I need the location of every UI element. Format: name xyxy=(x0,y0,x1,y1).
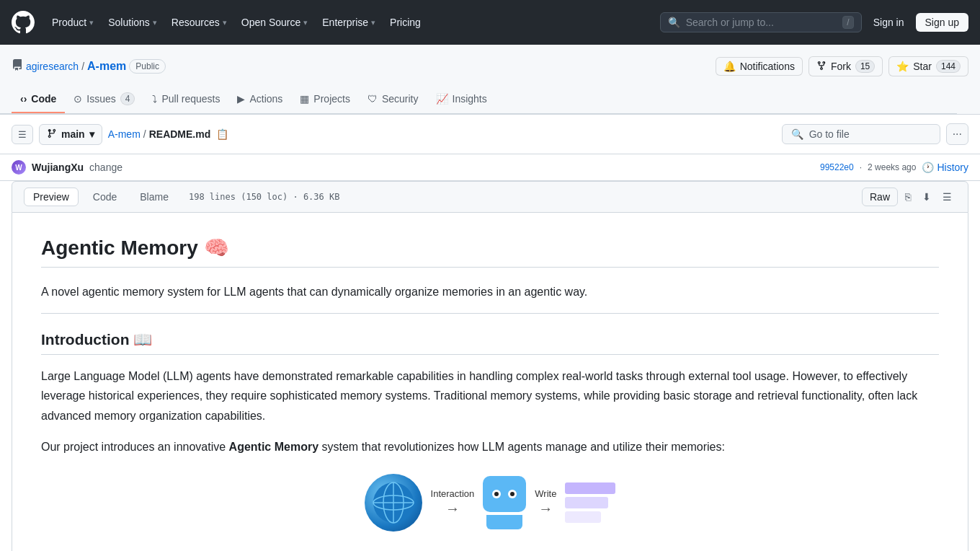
readme-bold-term: Agentic Memory xyxy=(229,441,318,453)
tab-pull-requests[interactable]: ⤵ Pull requests xyxy=(143,86,228,113)
download-icon: ⬇ xyxy=(922,191,931,203)
code-icon: ‹› xyxy=(20,93,27,105)
branch-selector[interactable]: main ▾ xyxy=(39,124,102,145)
copy-raw-button[interactable]: ⎘ xyxy=(901,188,915,206)
notifications-button[interactable]: 🔔 Notifications xyxy=(716,57,803,76)
more-options-button[interactable]: ··· xyxy=(946,123,968,145)
sign-up-button[interactable]: Sign up xyxy=(916,13,968,32)
projects-icon: ▦ xyxy=(300,93,309,105)
tab-security[interactable]: 🛡 Security xyxy=(359,86,427,113)
search-kbd-hint: / xyxy=(842,16,853,29)
sidebar-icon: ☰ xyxy=(18,129,27,140)
file-path: A-mem / README.md 📋 xyxy=(108,127,232,141)
tab-issues[interactable]: ⊙ Issues 4 xyxy=(65,85,143,114)
nav-product[interactable]: Product ▾ xyxy=(46,12,99,32)
insights-icon: 📈 xyxy=(436,93,448,105)
nav-enterprise[interactable]: Enterprise ▾ xyxy=(316,12,381,32)
open-source-chevron-icon: ▾ xyxy=(303,18,308,27)
list-icon: ☰ xyxy=(943,191,952,203)
diagram-robot xyxy=(483,476,526,529)
search-icon: 🔍 xyxy=(668,17,680,28)
write-arrow: Write → xyxy=(535,488,556,517)
file-path-separator: / xyxy=(143,128,146,140)
raw-button[interactable]: Raw xyxy=(862,188,898,206)
issues-count: 4 xyxy=(120,92,135,105)
issues-icon: ⊙ xyxy=(74,93,82,105)
file-path-root[interactable]: A-mem xyxy=(108,128,141,140)
interaction-arrow: Interaction → xyxy=(431,488,475,517)
repo-tabs: ‹› Code ⊙ Issues 4 ⤵ Pull requests ▶ Act… xyxy=(0,85,957,114)
avatar: W xyxy=(12,160,26,175)
readme-intro-text: Large Language Model (LLM) agents have d… xyxy=(41,366,939,426)
tab-actions[interactable]: ▶ Actions xyxy=(228,86,291,113)
fork-count: 15 xyxy=(855,60,875,73)
repo-actions: 🔔 Notifications Fork 15 ⭐ Star 144 xyxy=(716,56,968,76)
readme-project-intro: Our project introduces an innovative Age… xyxy=(41,437,939,457)
star-button[interactable]: ⭐ Star 144 xyxy=(888,56,968,76)
history-icon: 🕐 xyxy=(922,162,934,173)
commit-sha-link[interactable]: 99522e0 xyxy=(820,162,854,172)
commit-time: 2 weeks ago xyxy=(868,162,916,172)
commit-meta: 99522e0 · 2 weeks ago 🕐 History xyxy=(820,162,968,173)
commit-dot-sep: · xyxy=(860,162,862,172)
list-button[interactable]: ☰ xyxy=(938,188,956,206)
search-input[interactable] xyxy=(686,17,837,28)
nav-resources[interactable]: Resources ▾ xyxy=(166,12,233,32)
readme-title: Agentic Memory 🧠 xyxy=(41,236,939,268)
file-path-filename: README.md xyxy=(149,128,211,140)
divider xyxy=(41,313,939,314)
tab-projects[interactable]: ▦ Projects xyxy=(291,86,359,113)
bell-icon: 🔔 xyxy=(723,61,736,72)
diagram-memory xyxy=(565,482,615,523)
product-chevron-icon: ▾ xyxy=(89,18,94,27)
tab-code[interactable]: ‹› Code xyxy=(12,86,65,113)
nav-solutions[interactable]: Solutions ▾ xyxy=(102,12,163,32)
commit-author[interactable]: WujiangXu xyxy=(32,162,84,173)
fork-icon xyxy=(816,61,827,73)
diagram-globe xyxy=(365,474,422,532)
file-view-header: Preview Code Blame 198 lines (150 loc) ·… xyxy=(12,181,968,213)
go-to-file-wrap: 🔍 Go to file xyxy=(782,124,940,144)
readme-intro-heading: Introduction 📖 xyxy=(41,331,939,355)
commit-message: change xyxy=(89,162,122,173)
github-logo[interactable] xyxy=(12,11,35,34)
download-button[interactable]: ⬇ xyxy=(918,188,935,206)
solutions-chevron-icon: ▾ xyxy=(153,18,157,27)
sidebar-toggle-button[interactable]: ☰ xyxy=(12,125,33,144)
repo-icon xyxy=(12,59,23,74)
repo-name-link[interactable]: A-mem xyxy=(87,60,126,73)
nav-open-source[interactable]: Open Source ▾ xyxy=(236,12,314,32)
preview-tab-button[interactable]: Preview xyxy=(24,188,79,206)
actions-icon: ▶ xyxy=(237,93,245,105)
file-actions: Raw ⎘ ⬇ ☰ xyxy=(862,188,956,206)
go-to-file-button[interactable]: 🔍 Go to file xyxy=(782,124,940,144)
repo-owner-link[interactable]: agiresearch xyxy=(26,61,79,72)
sign-in-button[interactable]: Sign in xyxy=(868,14,910,31)
file-browser-header: ☰ main ▾ A-mem / README.md 📋 🔍 Go to fil… xyxy=(0,115,980,154)
star-count: 144 xyxy=(936,60,961,73)
fork-button[interactable]: Fork 15 xyxy=(808,56,883,76)
code-tab-button[interactable]: Code xyxy=(84,188,125,206)
readme-content: Agentic Memory 🧠 A novel agentic memory … xyxy=(12,213,968,551)
search-bar[interactable]: 🔍 / xyxy=(660,12,862,32)
repo-path-sep: / xyxy=(81,61,84,72)
branch-chevron-icon: ▾ xyxy=(89,128,94,140)
blame-tab-button[interactable]: Blame xyxy=(131,188,177,206)
history-button[interactable]: 🕐 History xyxy=(922,162,968,173)
top-nav-right: 🔍 / Sign in Sign up xyxy=(660,12,968,32)
top-nav: Product ▾ Solutions ▾ Resources ▾ Open S… xyxy=(0,0,980,45)
repo-breadcrumb: agiresearch / A-mem Public 🔔 Notificatio… xyxy=(12,56,968,85)
security-icon: 🛡 xyxy=(368,93,378,105)
copy-icon: ⎘ xyxy=(905,191,911,203)
star-icon: ⭐ xyxy=(896,61,909,72)
copy-path-button[interactable]: 📋 xyxy=(213,127,231,141)
tab-insights[interactable]: 📈 Insights xyxy=(427,86,496,113)
search-file-icon: 🔍 xyxy=(791,128,803,140)
commit-row: W WujiangXu change 99522e0 · 2 weeks ago… xyxy=(0,154,980,181)
nav-pricing[interactable]: Pricing xyxy=(384,12,427,32)
repo-header: agiresearch / A-mem Public 🔔 Notificatio… xyxy=(0,45,980,115)
readme-diagram: Interaction → Write → xyxy=(41,474,939,532)
readme-subtitle: A novel agentic memory system for LLM ag… xyxy=(41,282,939,301)
branch-icon xyxy=(47,128,57,141)
pull-request-icon: ⤵ xyxy=(152,93,157,105)
